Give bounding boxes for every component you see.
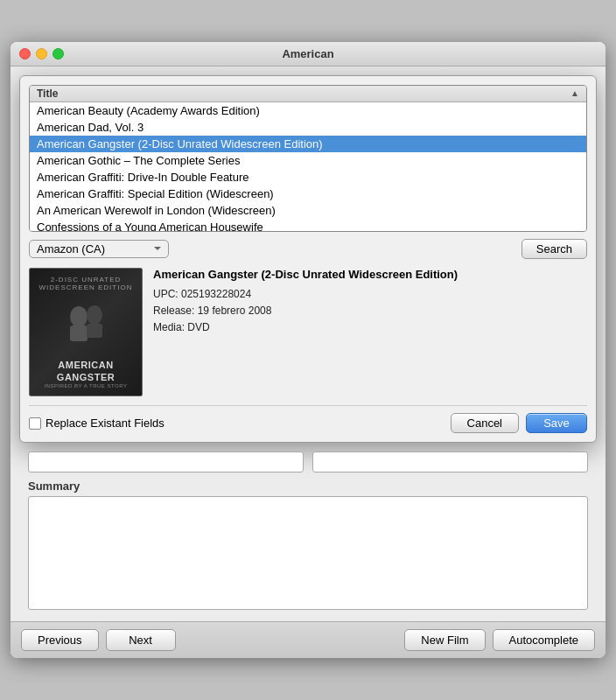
field-row: [28, 452, 588, 472]
store-dropdown[interactable]: Amazon (CA) Amazon (US) Amazon (UK) IMDB: [29, 240, 169, 258]
list-item[interactable]: American Graffiti: Drive-In Double Featu…: [30, 169, 586, 186]
list-item[interactable]: American Gothic – The Complete Series: [30, 152, 586, 169]
poster-silhouette-icon: [60, 301, 112, 354]
traffic-lights: [19, 48, 64, 60]
poster-title: AMERICANGANGSTER: [57, 359, 115, 384]
app-window: American Title ▲ American Beauty (Academ…: [10, 42, 606, 659]
svg-point-2: [87, 305, 102, 325]
sort-arrow-icon: ▲: [570, 88, 579, 98]
list-item[interactable]: Confessions of a Young American Housewif…: [30, 219, 586, 232]
search-modal: Title ▲ American Beauty (Academy Awards …: [19, 75, 597, 444]
previous-button[interactable]: Previous: [21, 629, 99, 651]
next-button[interactable]: Next: [106, 629, 176, 651]
new-film-button[interactable]: New Film: [404, 629, 485, 651]
minimize-button[interactable]: [36, 48, 47, 60]
list-item-selected[interactable]: American Gangster (2-Disc Unrated Widesc…: [30, 136, 586, 152]
movie-detail-title: American Gangster (2-Disc Unrated Widesc…: [153, 268, 587, 283]
replace-fields-label[interactable]: Replace Existant Fields: [29, 416, 164, 430]
cancel-button[interactable]: Cancel: [451, 413, 519, 433]
controls-row: Amazon (CA) Amazon (US) Amazon (UK) IMDB…: [29, 239, 587, 259]
close-button[interactable]: [19, 48, 31, 60]
movie-info: American Gangster (2-Disc Unrated Widesc…: [153, 268, 587, 397]
list-item[interactable]: American Beauty (Academy Awards Edition): [30, 102, 586, 119]
under-dialog-area: Summary: [19, 452, 597, 612]
list-item[interactable]: American Graffiti: Special Edition (Wide…: [30, 186, 586, 202]
bottom-toolbar: Previous Next New Film Autocomplete: [10, 621, 606, 658]
title-column-header: Title: [37, 88, 58, 100]
svg-rect-3: [87, 324, 102, 338]
listbox-header: Title ▲: [30, 86, 586, 102]
field-input-left[interactable]: [28, 452, 304, 472]
field-input-right[interactable]: [312, 452, 588, 472]
summary-label: Summary: [28, 480, 588, 493]
replace-fields-text: Replace Existant Fields: [46, 416, 164, 430]
content-area: Title ▲ American Beauty (Academy Awards …: [10, 66, 606, 622]
autocomplete-button[interactable]: Autocomplete: [493, 629, 596, 651]
titlebar: American: [10, 42, 606, 66]
zoom-button[interactable]: [52, 48, 64, 60]
window-title: American: [282, 47, 333, 60]
search-button[interactable]: Search: [522, 239, 587, 259]
list-item[interactable]: An American Werewolf in London (Widescre…: [30, 202, 586, 219]
modal-bottom: Replace Existant Fields Cancel Save: [29, 405, 587, 433]
poster-inner: 2-DISC UNRATED WIDESCREEN EDITION AMERIC…: [30, 269, 142, 396]
movie-detail-upc: UPC: 025193228024: [153, 286, 587, 303]
title-listbox[interactable]: Title ▲ American Beauty (Academy Awards …: [29, 85, 587, 232]
save-button[interactable]: Save: [526, 413, 587, 433]
replace-fields-checkbox[interactable]: [29, 417, 41, 430]
summary-textarea[interactable]: [28, 496, 588, 610]
svg-point-0: [70, 306, 88, 327]
movie-detail-release: Release: 19 febrero 2008: [153, 303, 587, 319]
svg-rect-1: [70, 326, 88, 341]
details-area: 2-DISC UNRATED WIDESCREEN EDITION AMERIC…: [29, 268, 587, 397]
poster-tagline: INSPIRED BY A TRUE STORY: [45, 383, 128, 388]
poster-subtitle: 2-DISC UNRATED WIDESCREEN EDITION: [37, 276, 135, 292]
movie-detail-media: Media: DVD: [153, 319, 587, 336]
modal-buttons: Cancel Save: [451, 413, 587, 433]
movie-poster: 2-DISC UNRATED WIDESCREEN EDITION AMERIC…: [29, 268, 143, 397]
list-item[interactable]: American Dad, Vol. 3: [30, 119, 586, 136]
